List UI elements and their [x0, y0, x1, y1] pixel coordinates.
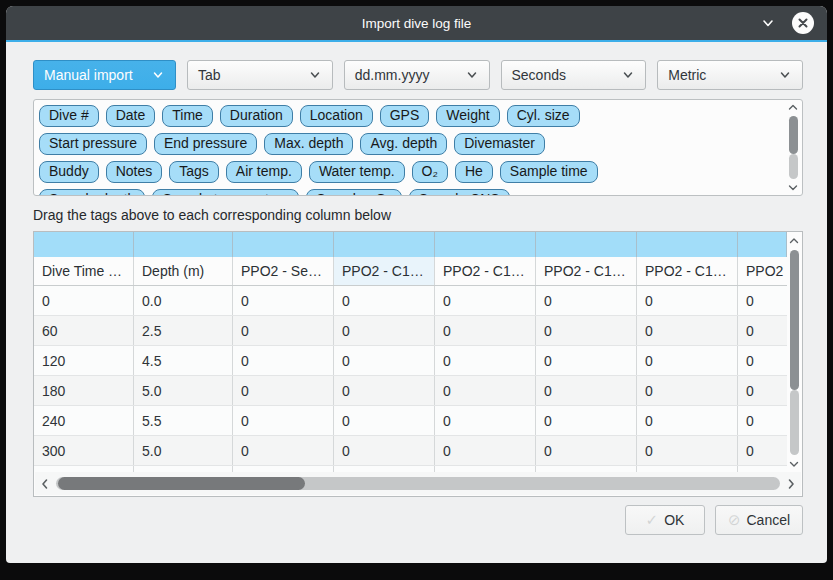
- cancel-circle-icon: ⊘: [728, 511, 741, 529]
- table-cell: 0: [233, 316, 334, 345]
- screen: Import dive log file Manual import Tab: [0, 0, 833, 580]
- column-header[interactable]: PPO2 - C1…: [536, 257, 637, 285]
- tag-start-pressure[interactable]: Start pressure: [39, 133, 147, 155]
- chevron-down-icon: [151, 68, 165, 82]
- ok-button[interactable]: ✓ OK: [625, 505, 705, 535]
- tag-divemaster[interactable]: Divemaster: [454, 133, 545, 155]
- tag-end-pressure[interactable]: End pressure: [154, 133, 257, 155]
- cancel-button[interactable]: ⊘ Cancel: [715, 505, 803, 535]
- table-cell: 0.0: [134, 286, 233, 315]
- column-header[interactable]: PPO2: [738, 257, 787, 285]
- table-cell: 5.5: [134, 406, 233, 435]
- table-cell: 0: [637, 286, 738, 315]
- table-cell: 0: [435, 286, 536, 315]
- chevron-down-icon[interactable]: [759, 14, 777, 32]
- close-button[interactable]: [792, 12, 814, 34]
- tag-tags[interactable]: Tags: [169, 161, 219, 183]
- table-cell: 0: [435, 436, 536, 465]
- column-header[interactable]: PPO2 - C1…: [435, 257, 536, 285]
- tag-location[interactable]: Location: [300, 105, 373, 127]
- tag-notes[interactable]: Notes: [106, 161, 163, 183]
- tag-water-temp[interactable]: Water temp.: [309, 161, 405, 183]
- tag-cyl-size[interactable]: Cyl. size: [507, 105, 580, 127]
- scrollbar-thumb[interactable]: [789, 116, 798, 154]
- tag-he[interactable]: He: [455, 161, 493, 183]
- tag-sample-po2[interactable]: Sample pO₂: [306, 189, 401, 196]
- column-header[interactable]: Depth (m): [134, 257, 233, 285]
- table-cell: 0: [637, 346, 738, 375]
- tag-max-depth[interactable]: Max. depth: [264, 133, 353, 155]
- date-format-select[interactable]: dd.mm.yyyy: [344, 60, 490, 90]
- table-vertical-scrollbar[interactable]: [787, 233, 801, 472]
- table-row: 240 5.5 0 0 0 0 0 0: [34, 406, 787, 436]
- titlebar[interactable]: Import dive log file: [6, 6, 827, 42]
- table-cell: 0: [536, 436, 637, 465]
- tag-buddy[interactable]: Buddy: [39, 161, 99, 183]
- drop-cell[interactable]: [435, 232, 536, 257]
- tag-sample-depth[interactable]: Sample depth: [39, 189, 145, 196]
- chevron-down-icon[interactable]: [788, 458, 800, 470]
- chevron-down-icon[interactable]: [787, 182, 799, 193]
- chevron-down-icon: [308, 68, 322, 82]
- chevron-up-icon[interactable]: [787, 102, 799, 113]
- table-cell: 60: [34, 316, 134, 345]
- tag-sample-cns[interactable]: Sample CNS: [409, 189, 510, 196]
- scrollbar-thumb[interactable]: [58, 477, 305, 490]
- column-header-highlighted[interactable]: PPO2 - C1…: [334, 257, 435, 285]
- tag-pool-scrollbar[interactable]: [786, 102, 800, 193]
- table-row: 0 0.0 0 0 0 0 0 0: [34, 286, 787, 316]
- drop-target-row[interactable]: [34, 232, 787, 257]
- table-cell: 0: [334, 316, 435, 345]
- drop-cell[interactable]: [34, 232, 134, 257]
- import-dialog: Import dive log file Manual import Tab: [6, 6, 827, 563]
- column-header[interactable]: PPO2 - Se…: [233, 257, 334, 285]
- date-format-value: dd.mm.yyyy: [355, 67, 430, 83]
- scrollbar-track[interactable]: [790, 390, 799, 455]
- table-cell: 0: [637, 376, 738, 405]
- table-cell: 240: [34, 406, 134, 435]
- table-horizontal-scrollbar[interactable]: [35, 472, 801, 495]
- table-cell: 300: [34, 436, 134, 465]
- chevron-right-icon[interactable]: [785, 477, 797, 491]
- chevron-up-icon[interactable]: [788, 235, 800, 247]
- table-cell: 0: [536, 286, 637, 315]
- chevron-left-icon[interactable]: [39, 477, 51, 491]
- tag-sample-temperature[interactable]: Sample temperature: [152, 189, 299, 196]
- drop-cell[interactable]: [233, 232, 334, 257]
- scrollbar-track[interactable]: [789, 154, 798, 179]
- tag-sample-time[interactable]: Sample time: [500, 161, 598, 183]
- field-separator-select[interactable]: Tab: [187, 60, 333, 90]
- table-cell: 180: [34, 376, 134, 405]
- column-header[interactable]: PPO2 - C1…: [637, 257, 738, 285]
- tag-weight[interactable]: Weight: [436, 105, 499, 127]
- table-row: 300 5.0 0 0 0 0 0 0: [34, 436, 787, 466]
- tag-o2[interactable]: O₂: [412, 161, 448, 183]
- drop-cell[interactable]: [536, 232, 637, 257]
- tag-time[interactable]: Time: [162, 105, 213, 127]
- tag-date[interactable]: Date: [106, 105, 156, 127]
- tag-air-temp[interactable]: Air temp.: [226, 161, 302, 183]
- table-cell: 0: [738, 286, 787, 315]
- drop-cell[interactable]: [637, 232, 738, 257]
- duration-format-value: Seconds: [512, 67, 566, 83]
- table-header-row: Dive Time … Depth (m) PPO2 - Se… PPO2 - …: [34, 257, 787, 286]
- duration-format-select[interactable]: Seconds: [501, 60, 647, 90]
- drop-cell[interactable]: [738, 232, 787, 257]
- tag-duration[interactable]: Duration: [220, 105, 293, 127]
- table-cell: 0: [334, 286, 435, 315]
- dialog-footer: ✓ OK ⊘ Cancel: [33, 505, 803, 535]
- drag-instruction-label: Drag the tags above to each correspondin…: [33, 207, 803, 223]
- drop-cell[interactable]: [134, 232, 233, 257]
- table-cell: 0: [738, 316, 787, 345]
- drop-cell[interactable]: [334, 232, 435, 257]
- tag-dive-number[interactable]: Dive #: [39, 105, 99, 127]
- table-cell: 0: [637, 316, 738, 345]
- units-select[interactable]: Metric: [657, 60, 803, 90]
- tag-gps[interactable]: GPS: [380, 105, 430, 127]
- scrollbar-thumb[interactable]: [790, 250, 799, 390]
- scrollbar-track[interactable]: [56, 477, 780, 490]
- tag-avg-depth[interactable]: Avg. depth: [360, 133, 447, 155]
- import-mode-select[interactable]: Manual import: [33, 60, 176, 90]
- column-header[interactable]: Dive Time …: [34, 257, 134, 285]
- table-cell: 0: [233, 286, 334, 315]
